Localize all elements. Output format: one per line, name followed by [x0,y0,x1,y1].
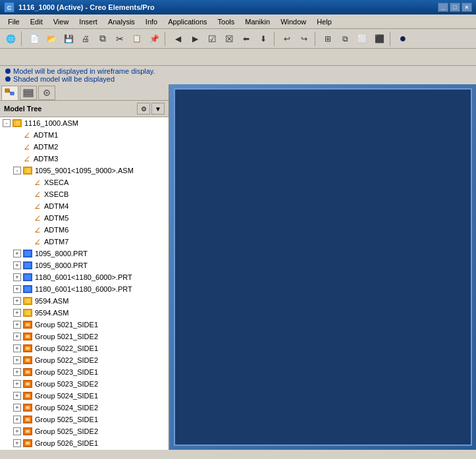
menu-item-view[interactable]: View [48,16,74,27]
undo-button[interactable]: ↩ [279,31,295,47]
nav-left-button[interactable]: ◀ [170,31,186,47]
tree-item[interactable]: +1180_6001<1180_6000>.PRT [0,271,169,283]
menu-item-edit[interactable]: Edit [25,16,48,27]
tree-item[interactable]: ∠ADTM5 [0,212,169,224]
tree-item[interactable]: +Group 5022_SIDE2 [0,354,169,366]
arrow-right-button[interactable]: ⬇ [255,31,271,47]
menu-item-analysis[interactable]: Analysis [103,16,140,27]
copy-button[interactable]: ⧉ [95,31,111,47]
tree-item[interactable]: ∠ADTM6 [0,224,169,236]
menu-item-manikin[interactable]: Manikin [240,16,275,27]
menu-item-tools[interactable]: Tools [213,16,240,27]
checkbox-x-button[interactable]: ☒ [221,31,237,47]
tree-filter-button[interactable]: ▼ [151,103,165,115]
select-box-button[interactable]: ⬜ [354,31,370,47]
tree-item[interactable]: -1116_1000.ASM [0,117,169,129]
tree-item[interactable]: +1095_8000.PRT [0,259,169,271]
tab-model-tree[interactable] [1,86,18,100]
tree-expand-button[interactable]: + [13,416,21,423]
svg-rect-3 [24,90,33,92]
tree-item[interactable]: +9594.ASM [0,295,169,307]
tree-item[interactable]: ∠ADTM3 [0,153,169,165]
tree-item-label: Group 5023_SIDE1 [35,368,98,376]
tree-item-label: XSECB [44,190,68,198]
menu-item-window[interactable]: Window [275,16,311,27]
tree-item[interactable]: +Group 5023_SIDE2 [0,378,169,390]
maximize-button[interactable]: □ [450,3,460,12]
pin-button[interactable]: 📌 [146,31,162,47]
redo-button[interactable]: ↪ [296,31,312,47]
tree-item[interactable]: +Group 5021_SIDE2 [0,331,169,342]
tree-item[interactable]: +Group 5021_SIDE1 [0,319,169,331]
tree-expand-button[interactable]: + [13,309,21,317]
nav-right-button[interactable]: ▶ [187,31,203,47]
tree-expand-button[interactable]: + [13,344,21,352]
copy2-button[interactable]: ⧉ [337,31,353,47]
tree-expand-button[interactable]: + [13,297,21,305]
tree-item[interactable]: +Group 5026_SIDE1 [0,437,169,449]
tree-item[interactable]: +9594.ASM [0,307,169,319]
tab-settings[interactable] [38,86,55,100]
tree-item[interactable]: ∠ADTM7 [0,236,169,248]
tree-item-icon [22,415,33,424]
tree-expand-button[interactable]: + [13,273,21,281]
open-button[interactable]: 📂 [43,31,59,47]
tree-expand-button[interactable]: + [13,427,21,435]
select-all-button[interactable]: ⬛ [371,31,387,47]
tree-item-icon [22,367,33,377]
menu-item-file[interactable]: File [3,16,25,27]
grid-button[interactable]: ⊞ [320,31,336,47]
tree-item[interactable]: +Group 5025_SIDE1 [0,414,169,425]
arrow-left-button[interactable]: ⬅ [238,31,254,47]
minimize-button[interactable]: _ [438,3,448,12]
tree-expand-button[interactable]: + [13,404,21,412]
tree-expand-button[interactable]: + [13,321,21,329]
tree-item-label: Group 5021_SIDE2 [35,333,98,340]
tree-item[interactable]: +Group 5024_SIDE2 [0,402,169,414]
tree-item[interactable]: ∠XSECA [0,176,169,188]
menu-item-info[interactable]: Info [140,16,163,27]
tree-expand-button[interactable]: + [13,392,21,400]
menu-item-applications[interactable]: Applications [163,16,212,27]
checkbox-on-button[interactable]: ☑ [204,31,220,47]
tree-expand-button[interactable]: + [13,333,21,340]
tree-expand-button[interactable]: - [3,119,11,127]
save-button[interactable]: 💾 [61,31,76,47]
tree-item[interactable]: ∠ADTM2 [0,141,169,153]
tree-item[interactable]: +Group 5023_SIDE1 [0,366,169,378]
close-button[interactable]: × [462,3,472,12]
tree-item[interactable]: -1095_9001<1095_9000>.ASM [0,165,169,176]
cut-button[interactable]: ✂ [112,31,128,47]
tree-item[interactable]: +Group 5024_SIDE1 [0,390,169,402]
menu-item-insert[interactable]: Insert [74,16,103,27]
tree-item[interactable]: +1180_6001<1180_6000>.PRT [0,283,169,295]
tree-content[interactable]: -1116_1000.ASM∠ADTM1∠ADTM2∠ADTM3-1095_90… [0,117,169,450]
tree-item[interactable]: ∠XSECB [0,188,169,200]
svg-rect-31 [26,382,30,385]
tree-item-icon [22,249,33,258]
tree-expand-button[interactable]: + [13,285,21,293]
tree-item[interactable]: +1095_8000.PRT [0,248,169,259]
tree-expand-button[interactable]: + [13,356,21,364]
tree-expand-button[interactable]: + [13,250,21,257]
menu-item-help[interactable]: Help [311,16,337,27]
tree-expand-button[interactable]: + [13,439,21,447]
new-button[interactable]: 📄 [26,31,42,47]
tree-expand-button[interactable]: + [13,261,21,269]
circle-button[interactable]: ● [395,31,411,47]
tree-expand-button[interactable]: + [13,380,21,388]
tree-expand-button[interactable]: - [13,167,21,175]
tree-item-label: Group 5023_SIDE2 [35,380,98,388]
tree-item[interactable]: ∠ADTM1 [0,129,169,141]
tree-item-label: Group 5025_SIDE2 [35,427,98,435]
print-button[interactable]: 🖨 [78,31,93,47]
tree-item-icon [22,427,33,436]
tree-item[interactable]: +Group 5022_SIDE1 [0,342,169,354]
tree-settings-button[interactable]: ⚙ [137,103,150,115]
paste-button[interactable]: 📋 [129,31,145,47]
tree-item[interactable]: +Group 5025_SIDE2 [0,425,169,437]
globe-button[interactable]: 🌐 [3,31,18,47]
tab-layers[interactable] [20,86,37,100]
tree-expand-button[interactable]: + [13,368,21,376]
tree-item[interactable]: ∠ADTM4 [0,200,169,212]
